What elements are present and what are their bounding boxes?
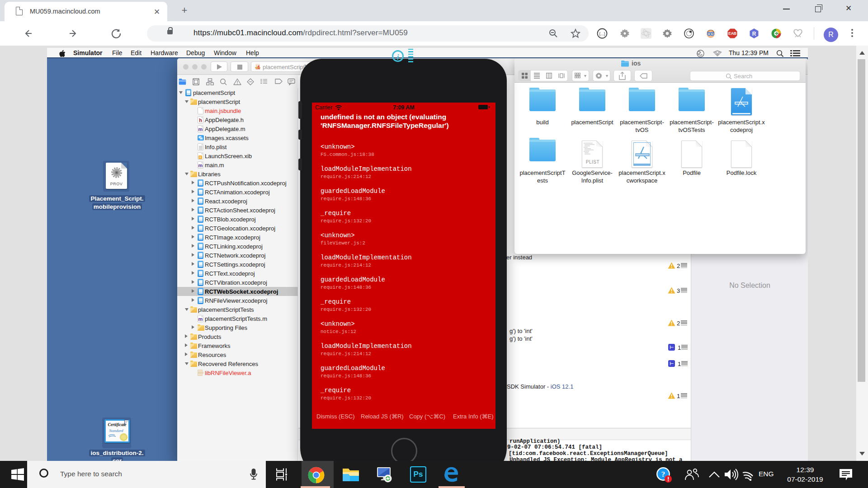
svg-text:?: ?	[661, 470, 665, 479]
svg-text:R: R	[752, 31, 756, 37]
svg-text:EAB: EAB	[728, 31, 736, 36]
svg-text:{...}: {...}	[599, 32, 605, 36]
